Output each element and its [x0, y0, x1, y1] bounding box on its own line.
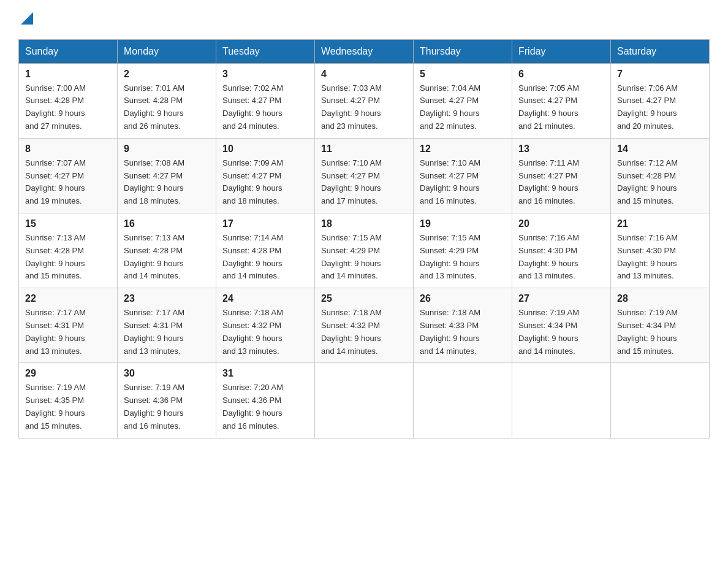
day-info: Sunrise: 7:09 AMSunset: 4:27 PMDaylight:… — [222, 157, 308, 208]
calendar-week-row: 29Sunrise: 7:19 AMSunset: 4:35 PMDayligh… — [19, 363, 710, 438]
calendar-cell: 19Sunrise: 7:15 AMSunset: 4:29 PMDayligh… — [414, 213, 512, 288]
day-number: 14 — [617, 144, 703, 155]
day-number: 21 — [617, 218, 703, 229]
day-number: 20 — [518, 218, 604, 229]
calendar-cell: 8Sunrise: 7:07 AMSunset: 4:27 PMDaylight… — [19, 138, 118, 213]
calendar-cell — [512, 363, 611, 438]
day-number: 17 — [222, 218, 308, 229]
calendar-week-row: 15Sunrise: 7:13 AMSunset: 4:28 PMDayligh… — [19, 213, 710, 288]
day-number: 5 — [420, 69, 506, 80]
day-info: Sunrise: 7:04 AMSunset: 4:27 PMDaylight:… — [420, 82, 506, 133]
calendar-table: SundayMondayTuesdayWednesdayThursdayFrid… — [18, 39, 710, 439]
day-info: Sunrise: 7:01 AMSunset: 4:28 PMDaylight:… — [124, 82, 210, 133]
day-number: 4 — [321, 69, 407, 80]
day-info: Sunrise: 7:06 AMSunset: 4:27 PMDaylight:… — [617, 82, 703, 133]
day-number: 19 — [420, 218, 506, 229]
calendar-week-row: 1Sunrise: 7:00 AMSunset: 4:28 PMDaylight… — [19, 63, 710, 138]
day-number: 28 — [617, 293, 703, 304]
calendar-cell: 24Sunrise: 7:18 AMSunset: 4:32 PMDayligh… — [216, 288, 315, 363]
day-info: Sunrise: 7:08 AMSunset: 4:27 PMDaylight:… — [124, 157, 210, 208]
calendar-week-row: 22Sunrise: 7:17 AMSunset: 4:31 PMDayligh… — [19, 288, 710, 363]
calendar-cell: 14Sunrise: 7:12 AMSunset: 4:28 PMDayligh… — [611, 138, 710, 213]
day-number: 25 — [321, 293, 407, 304]
calendar-cell: 27Sunrise: 7:19 AMSunset: 4:34 PMDayligh… — [512, 288, 611, 363]
day-info: Sunrise: 7:10 AMSunset: 4:27 PMDaylight:… — [321, 157, 407, 208]
day-info: Sunrise: 7:18 AMSunset: 4:33 PMDaylight:… — [420, 307, 506, 358]
day-number: 24 — [222, 293, 308, 304]
calendar-cell: 12Sunrise: 7:10 AMSunset: 4:27 PMDayligh… — [414, 138, 512, 213]
calendar-cell: 21Sunrise: 7:16 AMSunset: 4:30 PMDayligh… — [611, 213, 710, 288]
calendar-cell: 13Sunrise: 7:11 AMSunset: 4:27 PMDayligh… — [512, 138, 611, 213]
day-info: Sunrise: 7:10 AMSunset: 4:27 PMDaylight:… — [420, 157, 506, 208]
calendar-cell — [315, 363, 414, 438]
day-number: 2 — [124, 69, 210, 80]
day-number: 3 — [222, 69, 308, 80]
calendar-header-row: SundayMondayTuesdayWednesdayThursdayFrid… — [19, 39, 710, 63]
day-number: 6 — [518, 69, 604, 80]
day-header-friday: Friday — [512, 39, 611, 63]
day-info: Sunrise: 7:18 AMSunset: 4:32 PMDaylight:… — [321, 307, 407, 358]
calendar-cell: 9Sunrise: 7:08 AMSunset: 4:27 PMDaylight… — [118, 138, 216, 213]
day-info: Sunrise: 7:18 AMSunset: 4:32 PMDaylight:… — [222, 307, 308, 358]
day-number: 8 — [25, 144, 111, 155]
day-header-saturday: Saturday — [611, 39, 710, 63]
page-header — [18, 12, 710, 27]
calendar-cell: 23Sunrise: 7:17 AMSunset: 4:31 PMDayligh… — [118, 288, 216, 363]
day-number: 16 — [124, 218, 210, 229]
day-number: 7 — [617, 69, 703, 80]
calendar-cell: 2Sunrise: 7:01 AMSunset: 4:28 PMDaylight… — [118, 63, 216, 138]
day-number: 31 — [222, 368, 308, 379]
day-info: Sunrise: 7:13 AMSunset: 4:28 PMDaylight:… — [124, 232, 210, 283]
logo — [18, 12, 33, 27]
day-info: Sunrise: 7:12 AMSunset: 4:28 PMDaylight:… — [617, 157, 703, 208]
day-header-sunday: Sunday — [19, 39, 118, 63]
day-number: 15 — [25, 218, 111, 229]
calendar-cell — [414, 363, 512, 438]
calendar-cell: 15Sunrise: 7:13 AMSunset: 4:28 PMDayligh… — [19, 213, 118, 288]
day-info: Sunrise: 7:16 AMSunset: 4:30 PMDaylight:… — [518, 232, 604, 283]
day-number: 9 — [124, 144, 210, 155]
day-info: Sunrise: 7:15 AMSunset: 4:29 PMDaylight:… — [321, 232, 407, 283]
day-info: Sunrise: 7:14 AMSunset: 4:28 PMDaylight:… — [222, 232, 308, 283]
day-info: Sunrise: 7:11 AMSunset: 4:27 PMDaylight:… — [518, 157, 604, 208]
day-number: 26 — [420, 293, 506, 304]
calendar-cell: 4Sunrise: 7:03 AMSunset: 4:27 PMDaylight… — [315, 63, 414, 138]
day-number: 10 — [222, 144, 308, 155]
calendar-cell: 25Sunrise: 7:18 AMSunset: 4:32 PMDayligh… — [315, 288, 414, 363]
calendar-cell: 28Sunrise: 7:19 AMSunset: 4:34 PMDayligh… — [611, 288, 710, 363]
calendar-cell: 3Sunrise: 7:02 AMSunset: 4:27 PMDaylight… — [216, 63, 315, 138]
calendar-cell: 7Sunrise: 7:06 AMSunset: 4:27 PMDaylight… — [611, 63, 710, 138]
calendar-cell: 6Sunrise: 7:05 AMSunset: 4:27 PMDaylight… — [512, 63, 611, 138]
day-info: Sunrise: 7:19 AMSunset: 4:35 PMDaylight:… — [25, 381, 111, 432]
calendar-cell: 31Sunrise: 7:20 AMSunset: 4:36 PMDayligh… — [216, 363, 315, 438]
calendar-cell: 1Sunrise: 7:00 AMSunset: 4:28 PMDaylight… — [19, 63, 118, 138]
day-info: Sunrise: 7:13 AMSunset: 4:28 PMDaylight:… — [25, 232, 111, 283]
day-info: Sunrise: 7:17 AMSunset: 4:31 PMDaylight:… — [124, 307, 210, 358]
day-info: Sunrise: 7:16 AMSunset: 4:30 PMDaylight:… — [617, 232, 703, 283]
calendar-cell: 30Sunrise: 7:19 AMSunset: 4:36 PMDayligh… — [118, 363, 216, 438]
calendar-cell: 20Sunrise: 7:16 AMSunset: 4:30 PMDayligh… — [512, 213, 611, 288]
day-info: Sunrise: 7:19 AMSunset: 4:34 PMDaylight:… — [518, 307, 604, 358]
day-number: 18 — [321, 218, 407, 229]
calendar-cell: 16Sunrise: 7:13 AMSunset: 4:28 PMDayligh… — [118, 213, 216, 288]
day-number: 12 — [420, 144, 506, 155]
day-info: Sunrise: 7:19 AMSunset: 4:34 PMDaylight:… — [617, 307, 703, 358]
calendar-cell: 5Sunrise: 7:04 AMSunset: 4:27 PMDaylight… — [414, 63, 512, 138]
day-info: Sunrise: 7:19 AMSunset: 4:36 PMDaylight:… — [124, 381, 210, 432]
day-info: Sunrise: 7:05 AMSunset: 4:27 PMDaylight:… — [518, 82, 604, 133]
day-number: 13 — [518, 144, 604, 155]
logo-triangle-icon — [21, 12, 33, 25]
day-number: 1 — [25, 69, 111, 80]
day-info: Sunrise: 7:17 AMSunset: 4:31 PMDaylight:… — [25, 307, 111, 358]
day-info: Sunrise: 7:03 AMSunset: 4:27 PMDaylight:… — [321, 82, 407, 133]
day-number: 29 — [25, 368, 111, 379]
day-number: 30 — [124, 368, 210, 379]
day-number: 23 — [124, 293, 210, 304]
day-number: 22 — [25, 293, 111, 304]
day-header-thursday: Thursday — [414, 39, 512, 63]
svg-marker-0 — [21, 12, 33, 25]
day-info: Sunrise: 7:20 AMSunset: 4:36 PMDaylight:… — [222, 381, 308, 432]
day-number: 27 — [518, 293, 604, 304]
day-info: Sunrise: 7:02 AMSunset: 4:27 PMDaylight:… — [222, 82, 308, 133]
calendar-cell: 11Sunrise: 7:10 AMSunset: 4:27 PMDayligh… — [315, 138, 414, 213]
